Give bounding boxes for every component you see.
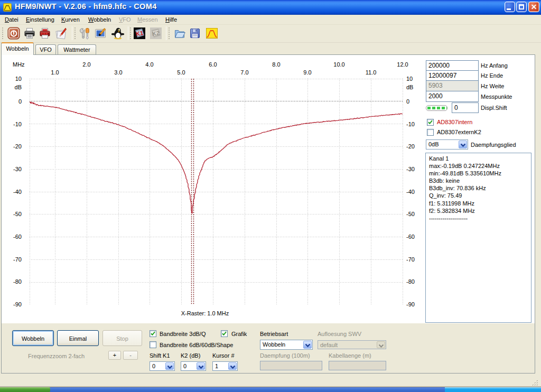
svg-text:9.0: 9.0 <box>303 69 311 76</box>
svg-text:-70: -70 <box>406 256 415 263</box>
svg-text:-10: -10 <box>13 121 22 127</box>
svg-text:-80: -80 <box>406 278 415 285</box>
svg-text:4.0: 4.0 <box>145 61 153 68</box>
svg-text:5.0: 5.0 <box>177 69 185 76</box>
svg-text:X-Raster: 1.0 MHz: X-Raster: 1.0 MHz <box>181 310 229 316</box>
svg-text:dB: dB <box>406 84 413 90</box>
svg-text:10: 10 <box>15 76 22 82</box>
svg-text:-20: -20 <box>406 143 415 150</box>
svg-text:-40: -40 <box>13 189 22 195</box>
svg-text:11.0: 11.0 <box>366 69 377 76</box>
svg-text:10.0: 10.0 <box>333 61 344 68</box>
svg-text:2.0: 2.0 <box>82 61 90 68</box>
svg-text:1.0: 1.0 <box>51 69 59 76</box>
svg-text:6.0: 6.0 <box>209 61 217 68</box>
svg-text:K1: K1 <box>135 30 144 37</box>
svg-text:7.0: 7.0 <box>240 69 248 76</box>
svg-text:3.0: 3.0 <box>114 69 122 76</box>
svg-text:-90: -90 <box>13 301 22 307</box>
svg-text:K2: K2 <box>152 30 160 37</box>
svg-text:8.0: 8.0 <box>272 61 280 68</box>
svg-text:-30: -30 <box>406 166 415 172</box>
svg-text:-50: -50 <box>13 211 22 217</box>
svg-text:0: 0 <box>18 98 22 105</box>
svg-text:dB: dB <box>15 84 22 90</box>
svg-text:-60: -60 <box>13 234 22 240</box>
svg-text:-70: -70 <box>13 256 22 263</box>
svg-text:-20: -20 <box>13 143 22 150</box>
svg-text:10: 10 <box>406 76 413 82</box>
svg-text:-30: -30 <box>13 166 22 172</box>
svg-text:-50: -50 <box>406 211 415 217</box>
svg-text:-80: -80 <box>13 278 22 285</box>
svg-text:MHz: MHz <box>13 61 25 68</box>
svg-text:0: 0 <box>406 98 409 105</box>
svg-text:-10: -10 <box>406 121 415 127</box>
svg-text:-90: -90 <box>406 301 415 307</box>
svg-text:12.0: 12.0 <box>397 61 408 68</box>
svg-text:-40: -40 <box>406 189 415 195</box>
svg-text:-60: -60 <box>406 234 415 240</box>
